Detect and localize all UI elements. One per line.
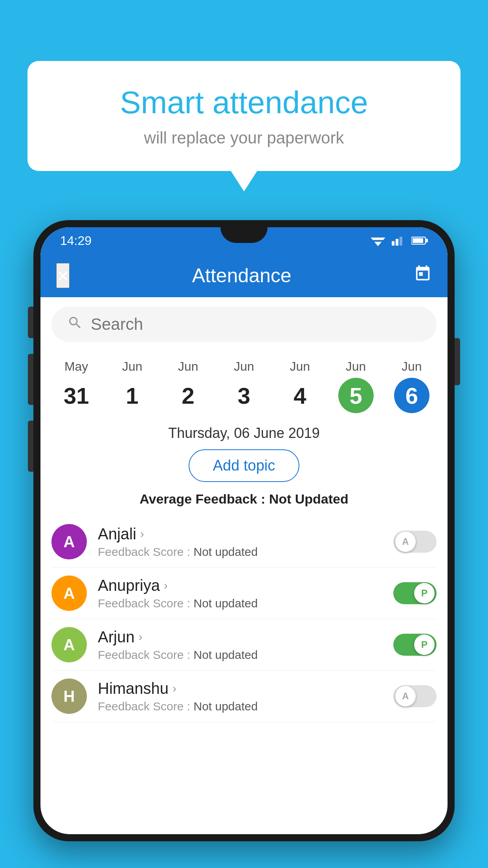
side-button-right	[455, 338, 460, 385]
feedback-score: Feedback Score : Not updated	[98, 545, 382, 559]
notch	[220, 227, 268, 243]
svg-rect-4	[396, 239, 398, 246]
speech-bubble-container: Smart attendance will replace your paper…	[28, 61, 460, 171]
date-item[interactable]: Jun4	[282, 359, 317, 413]
day-number[interactable]: 31	[59, 378, 94, 413]
month-label: Jun	[234, 359, 254, 374]
svg-rect-5	[400, 237, 402, 246]
side-button-left-1	[28, 307, 33, 338]
attendance-toggle[interactable]: A	[393, 531, 437, 553]
date-strip: May31Jun1Jun2Jun3Jun4Jun5Jun6	[40, 351, 448, 413]
side-button-left-2	[28, 354, 33, 405]
toggle-knob: P	[414, 634, 435, 655]
side-button-left-3	[28, 421, 33, 472]
bubble-title: Smart attendance	[59, 85, 429, 121]
student-info: Arjun ›Feedback Score : Not updated	[98, 628, 382, 662]
search-input[interactable]	[91, 315, 421, 334]
status-bar: 14:29	[40, 227, 448, 254]
bubble-subtitle: will replace your paperwork	[59, 129, 429, 147]
month-label: Jun	[178, 359, 198, 374]
calendar-icon[interactable]	[414, 265, 432, 287]
month-label: Jun	[346, 359, 366, 374]
avatar: A	[51, 524, 87, 559]
avatar: H	[51, 679, 87, 714]
student-name: Arjun ›	[98, 628, 382, 646]
student-info: Anjali ›Feedback Score : Not updated	[98, 525, 382, 559]
chevron-icon: ›	[164, 579, 168, 592]
student-item[interactable]: AAnupriya ›Feedback Score : Not updatedP	[51, 568, 437, 619]
day-number[interactable]: 5	[338, 378, 374, 413]
student-info: Anupriya ›Feedback Score : Not updated	[98, 577, 382, 610]
phone-frame: 14:29	[33, 220, 455, 841]
status-time: 14:29	[60, 234, 92, 248]
day-number[interactable]: 1	[114, 378, 150, 413]
date-item[interactable]: Jun3	[226, 359, 262, 413]
day-number[interactable]: 2	[171, 378, 206, 413]
student-name: Anupriya ›	[98, 577, 382, 594]
month-label: May	[64, 359, 88, 374]
svg-rect-9	[413, 238, 423, 243]
signal-icon	[392, 235, 405, 246]
toggle-knob: P	[414, 583, 435, 603]
student-item[interactable]: HHimanshu ›Feedback Score : Not updatedA	[51, 671, 437, 722]
avg-feedback-label: Average Feedback :	[139, 491, 265, 506]
month-label: Jun	[402, 359, 422, 374]
avatar: A	[51, 627, 87, 662]
month-label: Jun	[290, 359, 310, 374]
day-number[interactable]: 6	[394, 378, 429, 413]
student-name: Himanshu ›	[98, 680, 382, 697]
month-label: Jun	[122, 359, 143, 374]
avatar: A	[51, 576, 87, 611]
toggle-knob: A	[395, 531, 416, 552]
phone-container: 14:29	[33, 220, 455, 868]
svg-rect-3	[392, 241, 394, 245]
feedback-score: Feedback Score : Not updated	[98, 648, 382, 662]
day-number[interactable]: 3	[226, 378, 262, 413]
speech-bubble: Smart attendance will replace your paper…	[28, 61, 460, 171]
selected-date: Thursday, 06 June 2019	[40, 425, 448, 441]
date-item[interactable]: Jun2	[171, 359, 206, 413]
date-item[interactable]: Jun1	[114, 359, 150, 413]
avg-feedback-value: Not Updated	[269, 491, 349, 506]
chevron-icon: ›	[138, 630, 142, 644]
date-item[interactable]: Jun6	[394, 359, 429, 413]
status-icons	[371, 235, 428, 246]
chevron-icon: ›	[172, 682, 176, 695]
student-info: Himanshu ›Feedback Score : Not updated	[98, 680, 382, 713]
search-bar[interactable]	[51, 307, 437, 342]
avg-feedback: Average Feedback : Not Updated	[40, 491, 448, 507]
student-list: AAnjali ›Feedback Score : Not updatedAAA…	[40, 516, 448, 722]
svg-marker-2	[374, 242, 382, 246]
attendance-toggle[interactable]: A	[393, 685, 437, 707]
attendance-toggle[interactable]: P	[393, 634, 437, 656]
day-number[interactable]: 4	[282, 378, 317, 413]
add-topic-button[interactable]: Add topic	[189, 449, 299, 482]
app-bar-title: Attendance	[192, 264, 292, 287]
battery-icon	[411, 236, 428, 245]
svg-rect-8	[426, 239, 428, 243]
close-button[interactable]: ×	[56, 263, 70, 288]
attendance-toggle[interactable]: P	[393, 582, 437, 604]
date-item[interactable]: May31	[59, 359, 94, 413]
feedback-score: Feedback Score : Not updated	[98, 597, 382, 610]
search-icon	[67, 315, 83, 334]
chevron-icon: ›	[140, 527, 144, 541]
toggle-knob: A	[395, 686, 416, 706]
wifi-icon	[371, 235, 385, 246]
feedback-score: Feedback Score : Not updated	[98, 700, 382, 713]
phone-screen: 14:29	[40, 227, 448, 834]
student-name: Anjali ›	[98, 525, 382, 543]
date-item[interactable]: Jun5	[338, 359, 374, 413]
student-item[interactable]: AArjun ›Feedback Score : Not updatedP	[51, 619, 437, 671]
student-item[interactable]: AAnjali ›Feedback Score : Not updatedA	[51, 516, 437, 568]
app-bar: × Attendance	[40, 254, 448, 297]
